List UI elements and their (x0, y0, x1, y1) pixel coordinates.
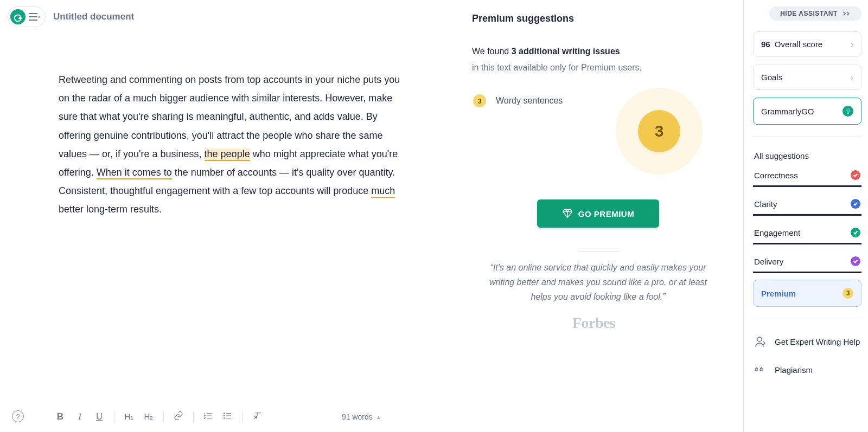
editor-text: better long-term results. (59, 204, 162, 215)
goals-card[interactable]: Goals › (753, 65, 861, 90)
ordered-list-button[interactable] (202, 411, 214, 422)
divider (242, 411, 243, 422)
issue-count: 3 (638, 110, 680, 152)
check-icon (851, 170, 860, 180)
person-icon (754, 336, 767, 349)
wordy-label: Wordy sentences (496, 96, 563, 106)
underline-when-it-comes-to[interactable]: When it comes to (97, 167, 172, 179)
chevron-right-icon: › (851, 73, 853, 82)
delivery-item[interactable]: Delivery (753, 251, 861, 273)
divider (753, 319, 861, 319)
correctness-item[interactable]: Correctness (753, 165, 861, 187)
issue-count-circle: 3 (616, 88, 703, 175)
divider (163, 411, 164, 422)
check-icon (851, 228, 860, 237)
grammarly-logo-icon (10, 9, 25, 24)
hide-assistant-button[interactable]: HIDE ASSISTANT (769, 7, 861, 21)
bold-button[interactable]: B (54, 411, 66, 422)
testimonial-quote: “It's an online service that quickly and… (488, 260, 708, 305)
italic-button[interactable]: I (74, 411, 86, 422)
clarity-label: Clarity (754, 199, 777, 209)
grammarlygo-card[interactable]: GrammarlyGO (753, 98, 861, 125)
found-bold: 3 additional writing issues (512, 47, 620, 56)
chevrons-right-icon (842, 10, 851, 17)
go-premium-label: GO PREMIUM (578, 209, 634, 218)
grammarlygo-label: GrammarlyGO (761, 107, 814, 116)
underline-much[interactable]: much (371, 185, 395, 198)
clear-format-button[interactable] (252, 411, 264, 422)
expert-help-label: Get Expert Writing Help (775, 337, 860, 347)
chevron-right-icon: › (851, 40, 853, 49)
divider (114, 411, 114, 422)
editor-text: Retweeting and commenting on posts from … (59, 74, 400, 159)
help-icon[interactable]: ? (12, 410, 24, 422)
found-prefix: We found (472, 47, 512, 56)
topbar: Untitled document (8, 7, 134, 27)
forbes-logo: Forbes (572, 314, 615, 332)
expert-help-item[interactable]: Get Expert Writing Help (753, 328, 861, 356)
plagiarism-item[interactable]: Plagiarism (753, 356, 861, 384)
suggestions-note: in this text available only for Premium … (472, 63, 722, 73)
plagiarism-label: Plagiarism (775, 365, 813, 376)
diamond-icon (562, 208, 573, 219)
suggestions-title: Premium suggestions (472, 13, 722, 24)
menu-icon (29, 12, 40, 21)
clarity-item[interactable]: Clarity (753, 194, 861, 216)
score-label: Overall score (773, 40, 823, 49)
quotes-icon (754, 364, 767, 377)
score-text: 96 Overall score (761, 40, 822, 49)
divider (753, 137, 861, 137)
h2-button[interactable]: H₂ (143, 412, 155, 422)
divider (193, 411, 194, 422)
correctness-label: Correctness (754, 171, 798, 180)
goals-label: Goals (761, 73, 782, 82)
all-suggestions-item[interactable]: All suggestions (753, 146, 861, 165)
delivery-label: Delivery (754, 257, 783, 266)
overall-score-card[interactable]: 96 Overall score › (753, 31, 861, 57)
premium-count-badge: 3 (843, 288, 853, 299)
word-count-label: 91 words (342, 412, 373, 421)
wordy-count-badge: 3 (473, 94, 486, 107)
link-button[interactable] (173, 411, 184, 422)
svg-point-0 (224, 413, 225, 414)
logo-menu[interactable] (8, 7, 46, 27)
hide-assistant-label: HIDE ASSISTANT (780, 10, 838, 17)
go-premium-button[interactable]: GO PREMIUM (537, 199, 659, 228)
premium-item[interactable]: Premium 3 (753, 280, 861, 307)
format-toolbar: B I U H₁ H₂ (54, 411, 264, 422)
word-count[interactable]: 91 words ▲ (342, 412, 381, 421)
lightbulb-icon (843, 106, 853, 117)
check-icon (851, 199, 860, 209)
svg-point-1 (224, 415, 225, 416)
suggestions-found: We found 3 additional writing issues (472, 44, 722, 59)
unordered-list-button[interactable] (222, 411, 234, 422)
svg-point-2 (224, 418, 225, 419)
all-suggestions-label: All suggestions (754, 151, 809, 160)
premium-suggestions-panel: Premium suggestions We found 3 additiona… (472, 13, 722, 107)
premium-label: Premium (761, 289, 796, 298)
check-icon (851, 256, 860, 266)
chevron-up-icon: ▲ (376, 414, 381, 420)
highlight-the-people[interactable]: the people (205, 149, 250, 161)
divider (578, 251, 620, 252)
engagement-label: Engagement (754, 228, 800, 237)
engagement-item[interactable]: Engagement (753, 222, 861, 244)
document-editor[interactable]: Retweeting and commenting on posts from … (59, 70, 409, 219)
h1-button[interactable]: H₁ (123, 412, 135, 422)
svg-point-3 (757, 337, 762, 341)
underline-button[interactable]: U (93, 412, 105, 422)
score-value: 96 (761, 40, 770, 49)
document-title[interactable]: Untitled document (53, 11, 134, 22)
assistant-sidebar: HIDE ASSISTANT 96 Overall score › Goals … (753, 7, 861, 384)
divider (743, 0, 744, 432)
